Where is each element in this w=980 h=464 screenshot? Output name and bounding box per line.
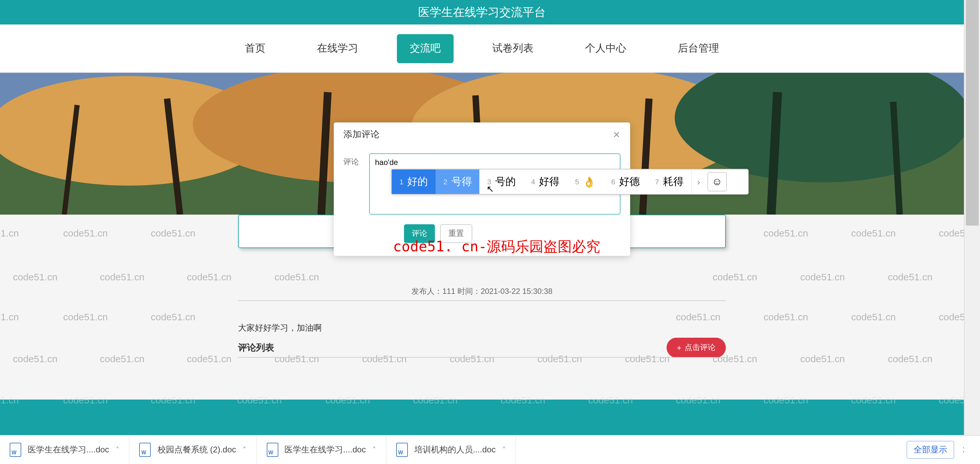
download-item[interactable]: 校园点餐系统 (2).doc ˄ xyxy=(130,436,257,464)
ime-candidate-1[interactable]: 1 好的 xyxy=(392,169,436,194)
download-filename: 培训机构的人员....doc xyxy=(414,444,496,456)
ime-candidate-text: 好的 xyxy=(407,175,428,188)
ime-candidate-3[interactable]: 3 号的 xyxy=(480,169,523,194)
scrollbar-thumb[interactable] xyxy=(966,0,979,226)
modal-header: 添加评论 ✕ xyxy=(334,123,630,147)
modal-title: 添加评论 xyxy=(344,129,380,140)
scrollbar-corner xyxy=(964,435,980,464)
comment-field-label: 评论 xyxy=(344,153,363,167)
ime-candidate-4[interactable]: 4 好得 xyxy=(523,169,567,194)
watermark-red: code51. cn-源码乐园盗图必究 xyxy=(393,237,600,257)
ime-candidate-text: 号得 xyxy=(451,175,472,188)
download-bar: 医学生在线学习....doc ˄ 校园点餐系统 (2).doc ˄ 医学生在线学… xyxy=(0,435,980,464)
chevron-up-icon[interactable]: ˄ xyxy=(243,446,247,454)
download-item[interactable]: 医学生在线学习....doc ˄ xyxy=(0,436,130,464)
show-all-downloads-button[interactable]: 全部显示 xyxy=(907,441,954,459)
ime-candidate-text: 好德 xyxy=(619,175,640,188)
ime-candidate-6[interactable]: 6 好德 xyxy=(603,169,647,194)
download-filename: 医学生在线学习....doc xyxy=(285,444,366,456)
ime-emoji-button[interactable]: ☺ xyxy=(708,172,727,191)
ime-candidate-text: 好得 xyxy=(539,175,560,188)
word-doc-icon xyxy=(266,443,278,457)
ime-candidate-text: 👌 xyxy=(583,175,596,188)
ime-next-page-button[interactable]: › xyxy=(691,169,706,194)
ime-candidate-bar: 1 好的 2 号得 3 号的 4 好得 5 👌 6 好德 7 耗得 › ☺ xyxy=(391,169,749,195)
word-doc-icon xyxy=(140,443,151,457)
cursor-icon: ↖ xyxy=(487,184,494,194)
ime-candidate-2[interactable]: 2 号得 xyxy=(436,169,479,194)
word-doc-icon xyxy=(10,443,21,457)
ime-candidate-text: 号的 xyxy=(495,175,516,188)
download-filename: 医学生在线学习....doc xyxy=(28,444,109,456)
chevron-up-icon[interactable]: ˄ xyxy=(372,446,376,454)
modal-close-button[interactable]: ✕ xyxy=(613,129,620,140)
download-item[interactable]: 培训机构的人员....doc ˄ xyxy=(387,436,516,464)
vertical-scrollbar[interactable]: ▾ xyxy=(964,0,980,448)
ime-candidate-7[interactable]: 7 耗得 xyxy=(648,169,691,194)
download-item[interactable]: 医学生在线学习....doc ˄ xyxy=(257,436,387,464)
download-filename: 校园点餐系统 (2).doc xyxy=(158,444,236,456)
ime-candidate-text: 耗得 xyxy=(663,175,684,188)
chevron-up-icon[interactable]: ˄ xyxy=(502,446,506,454)
ime-candidate-5[interactable]: 5 👌 xyxy=(567,169,603,194)
chevron-up-icon[interactable]: ˄ xyxy=(116,446,119,454)
word-doc-icon xyxy=(396,443,408,457)
